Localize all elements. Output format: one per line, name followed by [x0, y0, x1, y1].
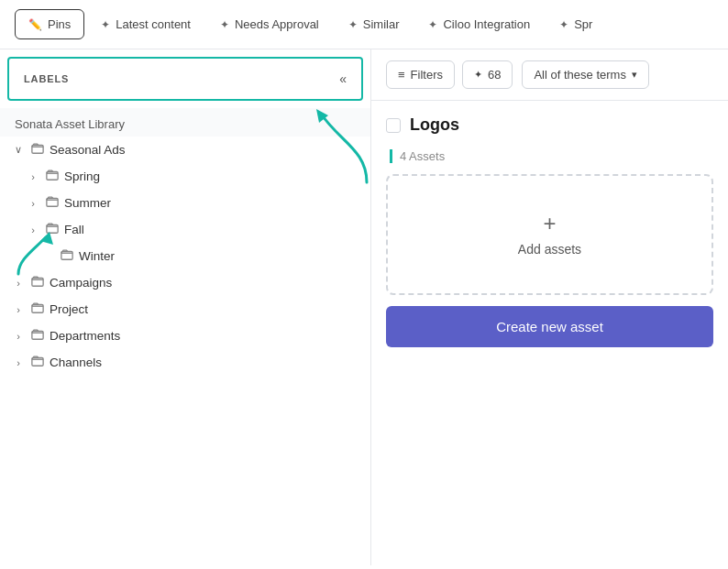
folder-icon-channels: [29, 355, 46, 370]
tree-label-summer: Summer: [64, 196, 111, 210]
tree-item-summer[interactable]: › Summer: [0, 190, 370, 216]
chevron-project: ›: [11, 304, 26, 315]
tab-spr-label: Spr: [574, 17, 592, 31]
approval-icon: ✦: [220, 18, 229, 31]
folder-icon-campaigns: [29, 275, 46, 290]
top-navigation: ✏️ Pins ✦ Latest content ✦ Needs Approva…: [0, 0, 728, 49]
chevron-summer: ›: [26, 198, 40, 209]
sidebar-header: LABELS «: [7, 57, 363, 101]
chevron-spring: ›: [26, 171, 40, 182]
tree-label-channels: Channels: [50, 356, 102, 369]
content-area: Logos 4 Assets + Add assets Create new a…: [371, 101, 728, 565]
tree-item-seasonal-ads[interactable]: ∨ Seasonal Ads: [0, 137, 370, 163]
tree-item-winter[interactable]: Winter: [0, 243, 370, 269]
folder-icon-winter: [59, 248, 75, 264]
chevron-campaigns: ›: [11, 278, 26, 289]
tree-item-project[interactable]: › Project: [0, 296, 370, 323]
folder-icon-departments: [29, 328, 46, 344]
tab-similar-label: Similar: [363, 17, 400, 31]
filter-sliders-icon: ≡: [398, 68, 405, 82]
chevron-winter: [40, 251, 55, 262]
latest-icon: ✦: [101, 18, 110, 31]
library-name: Sonata Asset Library: [0, 108, 370, 137]
tab-pins[interactable]: ✏️ Pins: [15, 9, 84, 39]
add-assets-dropzone[interactable]: + Add assets: [386, 174, 713, 295]
chevron-departments: ›: [11, 331, 26, 342]
tree-label-campaigns: Campaigns: [50, 276, 112, 290]
filter-count: ✦ 68: [462, 60, 513, 89]
chevron-seasonal: ∨: [11, 144, 26, 156]
chevron-down-icon: ▾: [632, 69, 637, 81]
filter-terms-dropdown[interactable]: All of these terms ▾: [522, 60, 648, 89]
tab-latest-content[interactable]: ✦ Latest content: [88, 10, 204, 38]
create-new-asset-button[interactable]: Create new asset: [386, 306, 713, 347]
tab-approval-label: Needs Approval: [235, 17, 319, 31]
ciloo-icon: ✦: [428, 18, 437, 31]
pin-icon: ✏️: [28, 18, 42, 31]
tree-label-winter: Winter: [79, 249, 115, 263]
section-header: Logos: [386, 115, 713, 135]
collapse-button[interactable]: «: [339, 71, 347, 86]
labels-heading: LABELS: [24, 73, 69, 84]
tree-label-departments: Departments: [50, 329, 120, 343]
tab-ciloo[interactable]: ✦ Ciloo Integration: [415, 10, 543, 38]
tab-spr[interactable]: ✦ Spr: [546, 10, 605, 38]
right-panel: ≡ Filters ✦ 68 All of these terms ▾ Logo…: [371, 49, 728, 565]
main-layout: LABELS « Sonata Asset Library ∨ Seasonal…: [0, 49, 728, 565]
tree-label-project: Project: [50, 302, 88, 316]
tree-label-fall: Fall: [64, 223, 84, 236]
filter-terms-label: All of these terms: [534, 68, 625, 82]
section-title: Logos: [410, 115, 459, 135]
add-assets-label: Add assets: [518, 242, 581, 257]
tree-item-spring[interactable]: › Spring: [0, 163, 370, 190]
folder-icon-summer: [44, 195, 61, 211]
folder-icon-seasonal: [29, 142, 46, 158]
folder-icon-fall: [44, 222, 61, 237]
folder-icon-spring: [44, 169, 61, 184]
plus-icon: +: [543, 213, 556, 235]
filter-count-value: 68: [488, 68, 501, 82]
filters-button[interactable]: ≡ Filters: [386, 60, 455, 89]
tree-label-spring: Spring: [64, 170, 100, 183]
asset-count: 4 Assets: [390, 149, 713, 163]
chevron-fall: ›: [26, 224, 40, 235]
tree-item-fall[interactable]: › Fall: [0, 216, 370, 243]
folder-icon-project: [29, 301, 46, 317]
spr-icon: ✦: [559, 18, 568, 31]
tab-needs-approval[interactable]: ✦ Needs Approval: [207, 10, 332, 38]
tree-item-channels[interactable]: › Channels: [0, 349, 370, 376]
tab-similar[interactable]: ✦ Similar: [336, 10, 413, 38]
filters-label: Filters: [411, 68, 443, 82]
sidebar: LABELS « Sonata Asset Library ∨ Seasonal…: [0, 49, 371, 565]
filter-bar: ≡ Filters ✦ 68 All of these terms ▾: [371, 49, 728, 101]
chevron-channels: ›: [11, 357, 26, 368]
tree-item-departments[interactable]: › Departments: [0, 323, 370, 349]
filter-count-icon: ✦: [474, 69, 482, 81]
tab-pins-label: Pins: [48, 17, 71, 31]
similar-icon: ✦: [348, 18, 358, 31]
tab-latest-label: Latest content: [116, 17, 191, 31]
tree-label-seasonal: Seasonal Ads: [50, 143, 126, 157]
section-checkbox[interactable]: [386, 118, 401, 133]
tree-item-campaigns[interactable]: › Campaigns: [0, 269, 370, 296]
tab-ciloo-label: Ciloo Integration: [443, 17, 530, 31]
